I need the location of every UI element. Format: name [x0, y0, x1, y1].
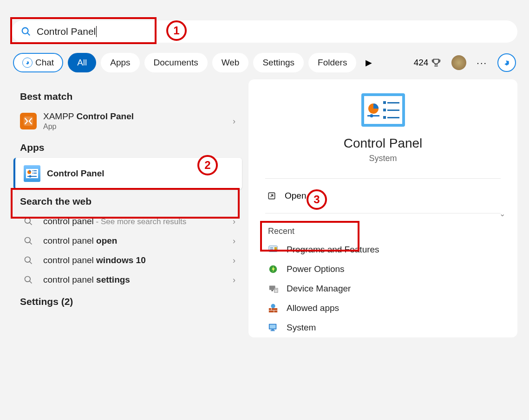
control-panel-icon [24, 165, 40, 182]
svg-point-32 [271, 304, 275, 308]
tab-apps[interactable]: Apps [101, 53, 139, 72]
bing-icon [503, 58, 511, 68]
chevron-right-icon[interactable]: › [233, 256, 235, 265]
best-match-header: Best match [12, 84, 244, 107]
svg-point-0 [22, 28, 28, 34]
text-cursor [96, 26, 97, 37]
svg-line-18 [30, 281, 32, 284]
control-panel-title: Control Panel [47, 168, 104, 178]
search-input-value: Control Panel [37, 26, 96, 37]
power-icon [268, 264, 278, 274]
xampp-icon [20, 113, 37, 129]
tab-folders[interactable]: Folders [308, 53, 356, 72]
web-result-0[interactable]: control panel - See more search results … [12, 212, 244, 231]
recent-header: Recent [248, 219, 517, 240]
search-input[interactable]: Control Panel [12, 20, 517, 43]
chat-label: Chat [35, 58, 54, 68]
detail-title: Control Panel [344, 136, 423, 151]
svg-rect-6 [34, 170, 37, 171]
search-icon [24, 236, 33, 246]
rewards-badge[interactable]: 424 [414, 58, 442, 68]
svg-rect-38 [270, 325, 276, 329]
tab-web[interactable]: Web [212, 53, 249, 72]
svg-point-15 [25, 257, 31, 263]
search-icon [24, 256, 33, 265]
firewall-icon [268, 303, 278, 313]
chevron-down-icon[interactable]: ⌄ [499, 209, 505, 218]
rewards-count: 424 [414, 58, 429, 68]
svg-rect-7 [33, 173, 33, 174]
bing-button[interactable] [497, 53, 516, 72]
trophy-icon [431, 58, 441, 68]
svg-rect-5 [33, 170, 33, 171]
chevron-right-icon[interactable]: › [233, 217, 235, 226]
tab-documents[interactable]: Documents [144, 53, 208, 72]
svg-line-1 [27, 33, 30, 36]
control-panel-large-icon [361, 93, 405, 127]
svg-rect-39 [271, 330, 274, 330]
recent-item-power[interactable]: Power Options [248, 259, 517, 279]
more-icon[interactable]: ··· [477, 58, 487, 68]
svg-rect-2 [24, 116, 33, 126]
svg-line-12 [30, 223, 32, 225]
device-icon [268, 284, 278, 294]
settings-header: Settings (2) [12, 290, 244, 312]
programs-icon [268, 245, 278, 255]
open-button[interactable]: Open [256, 184, 510, 207]
detail-sub: System [369, 154, 397, 163]
svg-line-16 [30, 262, 32, 264]
svg-point-11 [25, 218, 31, 224]
svg-point-21 [370, 114, 373, 117]
divider [265, 178, 501, 179]
more-tabs-icon[interactable]: ▶ [363, 55, 375, 71]
svg-line-14 [30, 242, 32, 245]
svg-rect-9 [27, 176, 37, 177]
svg-rect-29 [271, 290, 273, 291]
xampp-title-pre: XAMPP [43, 111, 76, 121]
recent-item-system[interactable]: System [248, 318, 517, 337]
tab-all[interactable]: All [68, 53, 96, 72]
svg-rect-31 [275, 289, 277, 290]
web-result-3[interactable]: control panel settings › [12, 270, 244, 290]
chevron-right-icon[interactable]: › [233, 116, 235, 126]
result-xampp[interactable]: XAMPP Control Panel App › [12, 107, 244, 136]
svg-rect-25 [270, 249, 273, 250]
chat-button[interactable]: Chat [13, 53, 63, 72]
open-label: Open [285, 191, 306, 201]
web-header: Search the web [12, 189, 244, 212]
avatar[interactable] [451, 55, 466, 70]
open-external-icon [267, 191, 276, 200]
chevron-right-icon[interactable]: › [233, 236, 235, 246]
svg-rect-40 [271, 330, 275, 331]
result-control-panel[interactable]: Control Panel [13, 158, 242, 189]
svg-point-17 [25, 277, 31, 282]
svg-rect-20 [367, 115, 379, 116]
xampp-title-bold: Control Panel [76, 111, 134, 121]
system-icon [268, 323, 278, 333]
tab-settings[interactable]: Settings [253, 53, 304, 72]
recent-item-device[interactable]: Device Manager [248, 279, 517, 298]
search-icon [24, 275, 33, 284]
svg-rect-26 [274, 247, 277, 251]
search-icon [21, 26, 31, 37]
svg-rect-30 [274, 288, 278, 292]
bing-small-icon [22, 58, 33, 68]
recent-item-programs[interactable]: Programs and Features [248, 240, 517, 259]
xampp-sub: App [43, 123, 226, 131]
svg-rect-24 [270, 247, 273, 248]
apps-header: Apps [12, 136, 244, 158]
svg-point-10 [29, 175, 32, 178]
search-icon [24, 217, 33, 226]
svg-point-13 [25, 238, 31, 243]
recent-item-allowed[interactable]: Allowed apps [248, 298, 517, 318]
chevron-right-icon[interactable]: › [233, 275, 235, 285]
web-result-2[interactable]: control panel windows 10 › [12, 251, 244, 270]
web-result-1[interactable]: control panel open › [12, 231, 244, 251]
svg-rect-8 [34, 173, 37, 174]
